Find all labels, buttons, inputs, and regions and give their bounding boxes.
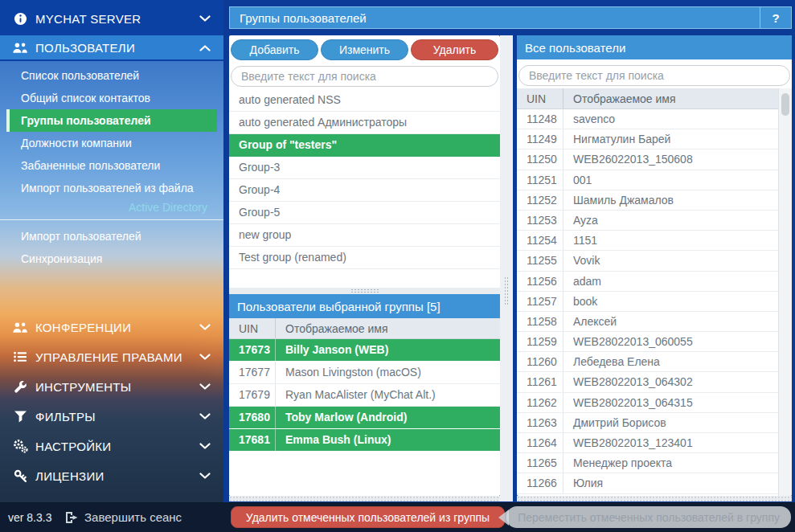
horizontal-splitter[interactable] [229,288,500,294]
splitter-grip-icon [504,276,509,305]
sidebar-item-label: НАСТРОЙКИ [35,440,199,453]
cell-uin: 11266 [517,473,563,493]
add-group-button[interactable]: Добавить [231,39,318,60]
remove-users-from-group-button[interactable]: Удалить отмеченных пользователей из груп… [231,506,505,528]
sidebar-menu-item[interactable]: Список пользователей [0,64,223,87]
table-row[interactable]: 11265 Менеджер проекта [517,453,778,473]
chevron-up-icon [199,44,211,51]
sidebar-item-filters[interactable]: ФИЛЬТРЫ [0,404,223,428]
group-list-item[interactable]: Group of "testers" [229,134,500,157]
cell-uin: 11250 [517,149,563,169]
cell-uin: 17677 [229,362,276,383]
group-list-item[interactable]: auto generated NSS [229,89,500,112]
sidebar-item-conferences[interactable]: КОНФЕРЕНЦИИ [0,315,223,339]
bottom-bar: ver 8.3.3 Завершить сеанс Удалить отмече… [0,502,795,532]
group-list-item[interactable]: Group-3 [229,157,500,179]
table-row[interactable]: 11252 Шамиль Джамалов [517,190,778,211]
groups-panel: Добавить Изменить Удалить auto generated… [229,35,500,496]
table-row[interactable]: 17679 Ryan MacAlister (MyChat Alt.) [229,384,500,407]
sidebar-sections: КОНФЕРЕНЦИИ УПРАВЛЕНИЕ ПРАВАМИ ИНСТРУМЕН… [0,315,223,493]
group-list: auto generated NSS auto generated Админи… [229,89,500,288]
table-row[interactable]: 11256 adam [517,272,778,292]
cell-name: Шамиль Джамалов [563,190,778,210]
sidebar-menu-item[interactable]: Группы пользователей [6,109,217,132]
logout-button[interactable]: Завершить сеанс [64,502,182,532]
delete-group-button[interactable]: Удалить [411,39,498,60]
edit-group-button[interactable]: Изменить [321,39,408,60]
column-header-name[interactable]: Отображаемое имя [276,322,500,335]
filter-icon [11,411,29,423]
resize-strip[interactable] [517,496,792,501]
resize-strip[interactable] [229,496,500,501]
groups-search-input[interactable] [231,66,498,87]
sidebar-menu-item[interactable]: Забаненные пользователи [0,154,223,177]
table-row[interactable]: 11260 Лебедева Елена [517,352,778,372]
logout-icon [64,511,79,524]
table-row[interactable]: 17680 Toby Marlow (Android) [229,407,500,429]
cell-name: Billy Janson (WEB) [276,339,500,361]
scrollbar-thumb[interactable] [781,93,789,116]
sidebar-menu-item[interactable]: Импорт пользователей из файла [0,177,223,199]
cell-uin: 11255 [517,251,563,270]
cell-name: book [563,292,778,311]
sidebar-item-settings[interactable]: НАСТРОЙКИ [0,434,223,458]
move-users-to-group-button[interactable]: Переместить отмеченных пользователей в г… [506,506,791,528]
all-users-search-input[interactable] [518,65,790,86]
table-row[interactable]: 17681 Emma Bush (Linux) [229,429,500,452]
vertical-scrollbar[interactable] [778,88,792,496]
table-row[interactable]: 11264 WEB28022013_123401 [517,433,778,453]
table-row[interactable]: 11266 Юлия [517,473,778,493]
table-row[interactable]: 11257 book [517,292,778,312]
table-row[interactable]: 11259 WEB28022013_060055 [517,332,778,352]
column-header-uin[interactable]: UIN [229,318,276,338]
cell-name: Ryan MacAlister (MyChat Alt.) [276,384,500,406]
cell-uin: 11251 [517,170,563,190]
page-title-bar: Группы пользователей ? [229,6,792,29]
cell-uin: 11257 [517,292,563,311]
cell-uin: 11252 [517,190,563,210]
sidebar-item-rights-management[interactable]: УПРАВЛЕНИЕ ПРАВАМИ [0,345,223,369]
group-list-item[interactable]: new group [229,224,500,247]
sidebar-divider [0,219,223,220]
cell-name: Менеджер проекта [563,453,778,473]
table-row[interactable]: 11249 Нигматулин Барей [517,129,778,149]
table-row[interactable]: 11255 Vovik [517,251,778,271]
sidebar-menu-item[interactable]: Должности компании [0,132,223,154]
table-row[interactable]: 11263 Дмитрий Борисов [517,413,778,433]
table-row[interactable]: 11253 Ayza [517,211,778,231]
sidebar-item-users-section[interactable]: ПОЛЬЗОВАТЕЛИ [0,35,223,59]
sidebar-item-mychat-server[interactable]: MYCHAT SERVER [0,5,223,32]
sidebar-menu-item[interactable]: Импорт пользователей [0,225,223,248]
table-row[interactable]: 11250 WEB26022013_150608 [517,149,778,170]
wrench-icon [11,380,29,394]
sidebar: MYCHAT SERVER ПОЛЬЗОВАТЕЛИ Список пользо… [0,0,223,502]
cell-uin: 11253 [517,211,563,230]
table-row[interactable]: 11258 Алексей [517,312,778,332]
logout-label: Завершить сеанс [84,510,182,524]
cell-name: 1151 [563,231,778,250]
sidebar-item-label: ПОЛЬЗОВАТЕЛИ [35,41,199,55]
group-list-item[interactable]: Test group (renamed) [229,247,500,269]
sidebar-item-tools[interactable]: ИНСТРУМЕНТЫ [0,374,223,399]
table-row[interactable]: 17677 Mason Livingston (macOS) [229,362,500,384]
table-row[interactable]: 11251 001 [517,170,778,190]
table-row[interactable]: 11261 WEB28022013_064302 [517,372,778,392]
cell-name: WEB28022013_123401 [563,433,778,452]
column-header-uin[interactable]: UIN [517,88,563,108]
sidebar-item-licenses[interactable]: ЛИЦЕНЗИИ [0,464,223,488]
column-header-name[interactable]: Отображаемое имя [563,92,778,105]
help-button[interactable]: ? [760,7,791,28]
all-users-rows: UIN Отображаемое имя 11248 savenco 11249… [517,88,778,496]
table-row[interactable]: 17673 Billy Janson (WEB) [229,339,500,362]
list-icon [11,351,29,362]
table-row[interactable]: 11254 1151 [517,231,778,251]
group-list-item[interactable]: auto generated Администраторы [229,112,500,134]
sidebar-menu-item[interactable]: Общий список контактов [0,87,223,109]
group-list-item[interactable]: Group-5 [229,202,500,224]
table-row[interactable]: 11262 WEB28022013_064315 [517,393,778,413]
sidebar-menu-item[interactable]: Синхронизация [0,248,223,270]
group-list-item[interactable]: Group-4 [229,179,500,202]
table-row[interactable]: 11248 savenco [517,109,778,129]
vertical-splitter[interactable] [500,35,513,501]
move-users-control: Переместить отмеченных пользователей в г… [498,506,791,528]
